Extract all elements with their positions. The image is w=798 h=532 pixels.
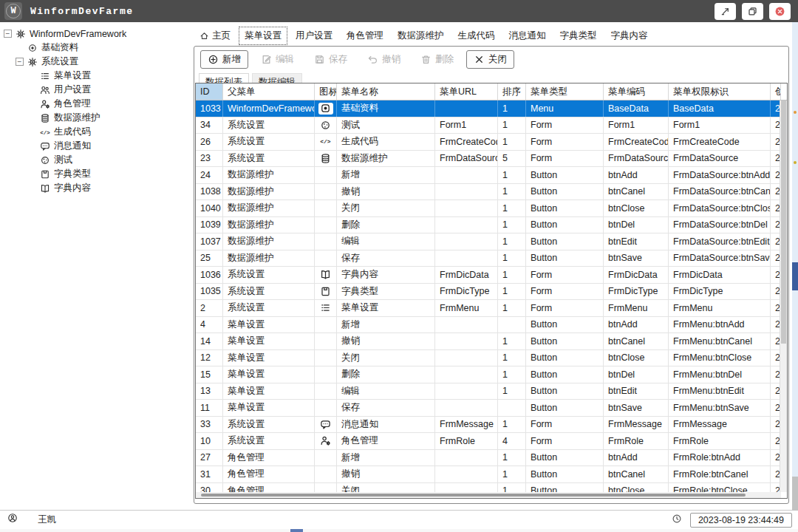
close-button[interactable]: 关闭 <box>466 50 514 69</box>
tab-home[interactable]: 主页 <box>194 27 236 45</box>
sidebar-item-system-settings[interactable]: −系统设置 <box>0 55 189 69</box>
edit-button[interactable]: 编辑 <box>253 50 301 69</box>
table-row-24[interactable]: 24数据源维护新增1ButtonbtnAddFrmDataSource:btnA… <box>196 167 781 184</box>
close-button[interactable] <box>769 3 791 20</box>
column-header-extra[interactable]: 创 <box>771 83 781 100</box>
table-row-1040[interactable]: 1040数据源维护关闭1ButtonbtnCloseFrmDataSource:… <box>196 200 781 217</box>
table-row-1037[interactable]: 1037数据源维护编辑1ButtonbtnEditFrmDataSource:b… <box>196 233 781 250</box>
horizontal-scrollbar-thumb[interactable] <box>201 494 746 497</box>
cell-name: 撤销 <box>337 466 435 482</box>
column-header-type[interactable]: 菜单类型 <box>526 83 604 100</box>
collapse-expander-icon[interactable]: − <box>4 30 12 38</box>
cell-code: FrmDataSource <box>604 151 669 167</box>
column-header-url[interactable]: 菜单URL <box>435 83 498 100</box>
tab-label: 生成代码 <box>458 30 495 42</box>
column-header-name[interactable]: 菜单名称 <box>337 83 435 100</box>
sidebar-item-base-data[interactable]: 基础资料 <box>0 41 189 55</box>
title-bar: W WinformDevFarme <box>0 0 798 22</box>
table-row-27[interactable]: 27角色管理新增1ButtonbtnAddFrmRole:btnAdd2 <box>196 450 781 467</box>
book-icon <box>320 269 331 280</box>
restore-button[interactable] <box>742 3 763 20</box>
table-row-11[interactable]: 11菜单设置保存ButtonbtnSaveFrmMenu:btnSave2 <box>196 400 781 417</box>
column-header-code[interactable]: 菜单编码 <box>604 83 669 100</box>
undo-icon <box>367 54 378 65</box>
cell-name: 关闭 <box>337 483 435 493</box>
grid-header-row: ID父菜单图标菜单名称菜单URL排序菜单类型菜单编码菜单权限标识创 <box>196 83 787 100</box>
sidebar-item-dict-type[interactable]: 字典类型 <box>0 167 189 181</box>
sidebar-item-test[interactable]: 测试 <box>0 153 189 167</box>
sidebar-item-dict-data[interactable]: 字典内容 <box>0 181 189 195</box>
table-row-23[interactable]: 23系统设置数据源维护FrmDataSource5FormFrmDataSour… <box>196 151 781 168</box>
cell-code: btnAdd <box>604 167 669 183</box>
table-row-31[interactable]: 31角色管理撤销1ButtonbtnCanelFrmRole:btnCanel2 <box>196 466 781 483</box>
cell-name: 测试 <box>337 117 435 134</box>
column-header-label: 菜单权限标识 <box>673 86 729 98</box>
add-button[interactable]: 新增 <box>200 50 248 69</box>
tab-datasource[interactable]: 数据源维护 <box>392 27 450 45</box>
table-row-33[interactable]: 33系统设置消息通知FrmMessage1FormFrmMessageFrmMe… <box>196 417 781 434</box>
tab-menu-settings[interactable]: 菜单设置 <box>239 27 287 45</box>
sidebar-item-message[interactable]: 消息通知 <box>0 139 189 153</box>
table-row-26[interactable]: 26系统设置</>生成代码FrmCreateCode1FormFrmCreate… <box>196 134 781 151</box>
cell-name: 角色管理 <box>337 433 435 449</box>
table-row-30[interactable]: 30角色管理关闭1ButtonbtnCloseFrmRole:btnClose2 <box>196 483 781 493</box>
undo-button[interactable]: 撤销 <box>360 50 408 69</box>
column-header-perm[interactable]: 菜单权限标识 <box>669 83 771 100</box>
table-row-34[interactable]: 34系统设置测试Form11FormForm1Form12 <box>196 117 781 134</box>
table-row-1036[interactable]: 1036系统设置字典内容FrmDicData1FormFrmDicDataFrm… <box>196 267 781 284</box>
tab-label: 字典内容 <box>611 30 648 42</box>
sidebar-item-role-manage[interactable]: 角色管理 <box>0 97 189 111</box>
table-row-4[interactable]: 4菜单设置新增ButtonbtnAddFrmMenu:btnAdd2 <box>196 317 781 334</box>
tab-codegen[interactable]: 生成代码 <box>452 27 501 45</box>
cell-code: btnEdit <box>604 233 669 250</box>
table-row-25[interactable]: 25数据源维护保存1ButtonbtnSaveFrmDataSource:btn… <box>196 250 781 267</box>
sidebar-item-framework[interactable]: −WinformDevFramework <box>0 27 189 41</box>
table-row-1039[interactable]: 1039数据源维护删除1ButtonbtnDelFrmDataSource:bt… <box>196 217 781 234</box>
sidebar-item-codegen[interactable]: </>生成代码 <box>0 125 189 139</box>
table-row-12[interactable]: 12菜单设置关闭1ButtonbtnCloseFrmMenu:btnClose2 <box>196 350 781 367</box>
minimize-button[interactable] <box>715 3 736 20</box>
column-header-parent[interactable]: 父菜单 <box>223 83 315 100</box>
cell-name: 新增 <box>337 167 435 183</box>
table-row-15[interactable]: 15菜单设置删除1ButtonbtnDelFrmMenu:btnDel2 <box>196 366 781 383</box>
save-button[interactable]: 保存 <box>307 50 355 69</box>
cell-id: 25 <box>196 250 223 267</box>
table-row-1033[interactable]: 1033WinformDevFramework基础资料1MenuBaseData… <box>196 100 781 117</box>
cell-id: 1037 <box>196 233 223 250</box>
tab-role-manage[interactable]: 角色管理 <box>341 27 389 45</box>
horizontal-scrollbar[interactable] <box>196 492 781 498</box>
collapse-expander-icon[interactable]: − <box>16 58 24 66</box>
tab-dict-data[interactable]: 字典内容 <box>605 27 654 45</box>
cell-id: 15 <box>196 366 223 383</box>
vertical-scrollbar[interactable] <box>780 100 787 492</box>
cell-id: 11 <box>196 400 223 416</box>
sidebar-item-label: 角色管理 <box>54 98 91 110</box>
cell-url <box>435 184 498 200</box>
tab-dict-type[interactable]: 字典类型 <box>554 27 603 45</box>
cell-code: FrmDicType <box>604 284 669 300</box>
usergear-icon <box>320 435 331 446</box>
cell-type: Button <box>526 333 604 349</box>
sidebar-item-datasource[interactable]: 数据源维护 <box>0 111 189 125</box>
table-row-14[interactable]: 14菜单设置撤销1ButtonbtnCanelFrmMenu:btnCanel2 <box>196 333 781 350</box>
cell-perm: FrmMenu <box>669 300 771 316</box>
cell-sort: 1 <box>498 233 526 250</box>
toolbar: 新增编辑保存撤销删除关闭 <box>200 50 514 69</box>
book-icon <box>40 183 50 194</box>
table-row-13[interactable]: 13菜单设置编辑1ButtonbtnEditFrmMenu:btnEdit2 <box>196 383 781 400</box>
sidebar-item-user-settings[interactable]: 用户设置 <box>0 83 189 97</box>
column-header-id[interactable]: ID <box>196 83 223 100</box>
vertical-scrollbar-thumb[interactable] <box>781 100 786 344</box>
sidebar-item-menu-settings[interactable]: 菜单设置 <box>0 69 189 83</box>
table-row-10[interactable]: 10系统设置角色管理FrmRole4FormFrmRoleFrmRole2 <box>196 433 781 450</box>
column-header-sort[interactable]: 排序 <box>498 83 526 100</box>
tab-message[interactable]: 消息通知 <box>503 27 552 45</box>
delete-button[interactable]: 删除 <box>413 50 461 69</box>
cell-type: Button <box>526 184 604 200</box>
table-row-1035[interactable]: 1035系统设置字典类型FrmDicType1FormFrmDicTypeFrm… <box>196 284 781 301</box>
tab-user-settings[interactable]: 用户设置 <box>290 27 338 45</box>
table-row-1038[interactable]: 1038数据源维护撤销1ButtonbtnCanelFrmDataSource:… <box>196 184 781 201</box>
table-row-2[interactable]: 2系统设置菜单设置FrmMenu1FormFrmMenuFrmMenu2 <box>196 300 781 317</box>
cell-name: 消息通知 <box>337 417 435 433</box>
column-header-icon[interactable]: 图标 <box>315 83 337 100</box>
